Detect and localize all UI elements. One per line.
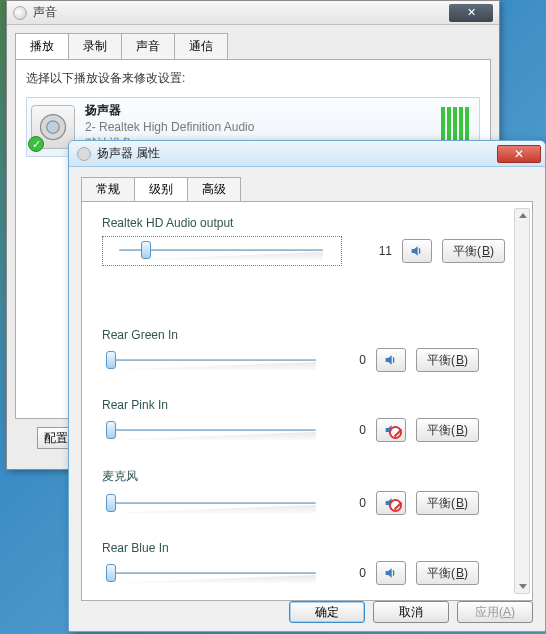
tab-recording[interactable]: 录制: [68, 33, 122, 59]
svg-point-1: [47, 121, 60, 134]
tab-communications[interactable]: 通信: [174, 33, 228, 59]
ok-button[interactable]: 确定: [289, 601, 365, 623]
volume-slider[interactable]: [106, 425, 316, 435]
volume-value: 0: [326, 496, 366, 510]
channel-4: Rear Blue In 0 平衡(B): [102, 541, 522, 585]
channel-2: Rear Pink In 0 平衡(B): [102, 398, 522, 442]
props-title: 扬声器 属性: [97, 145, 160, 162]
sound-close-button[interactable]: ✕: [449, 4, 493, 22]
props-titlebar[interactable]: . 扬声器 属性 ✕: [69, 141, 545, 167]
volume-slider[interactable]: [106, 568, 316, 578]
channel-label: Realtek HD Audio output: [102, 216, 522, 230]
levels-panel: Realtek HD Audio output 11 平衡(B) Rear Gr…: [81, 201, 533, 601]
channel-3: 麦克风 0 平衡(B): [102, 468, 522, 515]
levels-scrollbar[interactable]: [514, 208, 530, 594]
props-tabs: 常规 级别 高级: [81, 177, 533, 201]
tab-playback[interactable]: 播放: [15, 33, 69, 59]
tab-advanced[interactable]: 高级: [187, 177, 241, 201]
props-app-icon: .: [77, 147, 91, 161]
volume-value: 11: [352, 244, 392, 258]
cancel-button[interactable]: 取消: [373, 601, 449, 623]
volume-slider[interactable]: [106, 355, 316, 365]
balance-button[interactable]: 平衡(B): [416, 561, 479, 585]
default-check-icon: ✓: [28, 136, 44, 152]
sound-tabs: 播放 录制 声音 通信: [7, 25, 499, 59]
balance-button[interactable]: 平衡(B): [416, 348, 479, 372]
tab-general[interactable]: 常规: [81, 177, 135, 201]
tab-sounds[interactable]: 声音: [121, 33, 175, 59]
balance-button[interactable]: 平衡(B): [442, 239, 505, 263]
volume-value: 0: [326, 353, 366, 367]
mute-button[interactable]: [376, 418, 406, 442]
device-driver: 2- Realtek High Definition Audio: [85, 119, 254, 136]
dialog-buttons: 确定 取消 应用(A): [289, 601, 533, 623]
channel-label: Rear Green In: [102, 328, 522, 342]
instruction-text: 选择以下播放设备来修改设置:: [26, 70, 480, 87]
sound-title: 声音: [33, 4, 57, 21]
speaker-properties-window: . 扬声器 属性 ✕ 常规 级别 高级 Realtek HD Audio out…: [68, 140, 546, 632]
channel-label: Rear Pink In: [102, 398, 522, 412]
device-name: 扬声器: [85, 102, 254, 119]
tab-levels[interactable]: 级别: [134, 177, 188, 201]
channel-label: Rear Blue In: [102, 541, 522, 555]
props-close-button[interactable]: ✕: [497, 145, 541, 163]
volume-value: 0: [326, 423, 366, 437]
sound-app-icon: .: [13, 6, 27, 20]
mute-button[interactable]: [376, 348, 406, 372]
volume-value: 0: [326, 566, 366, 580]
mute-button[interactable]: [402, 239, 432, 263]
channel-focus-box: [102, 236, 342, 266]
balance-button[interactable]: 平衡(B): [416, 491, 479, 515]
volume-slider[interactable]: [119, 245, 323, 255]
mute-button[interactable]: [376, 561, 406, 585]
mute-button[interactable]: [376, 491, 406, 515]
apply-button[interactable]: 应用(A): [457, 601, 533, 623]
channel-label: 麦克风: [102, 468, 522, 485]
volume-slider[interactable]: [106, 498, 316, 508]
balance-button[interactable]: 平衡(B): [416, 418, 479, 442]
channel-1: Rear Green In 0 平衡(B): [102, 328, 522, 372]
channel-0: Realtek HD Audio output 11 平衡(B): [102, 216, 522, 266]
sound-titlebar[interactable]: . 声音 ✕: [7, 1, 499, 25]
